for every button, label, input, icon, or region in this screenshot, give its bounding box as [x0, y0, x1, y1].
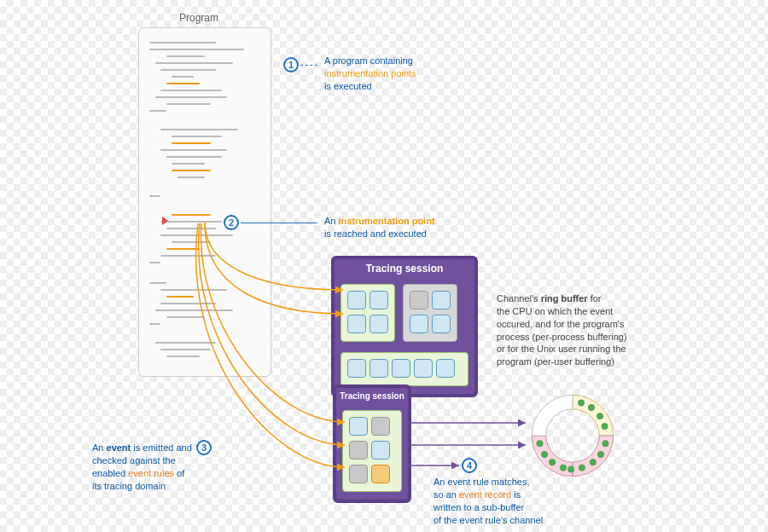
- svg-point-5: [597, 451, 603, 457]
- tracing-session-2-title: Tracing session: [336, 388, 408, 406]
- tracing-session-2: Tracing session: [333, 385, 411, 503]
- instrumentation-point-marker-icon: [162, 217, 168, 225]
- svg-point-7: [579, 465, 585, 471]
- tracing-session-1-title: Tracing session: [335, 259, 474, 280]
- svg-point-3: [602, 423, 608, 429]
- annotation-step-2: An instrumentation point is reached and …: [324, 215, 435, 240]
- svg-point-0: [578, 400, 584, 406]
- annotation-ring-buffer: Channel's ring buffer for the CPU on whi…: [497, 292, 627, 368]
- annotation-step-3: An event is emitted and checked against …: [92, 442, 192, 492]
- program-box: [138, 27, 271, 377]
- svg-point-1: [588, 404, 594, 410]
- step-badge-2: 2: [224, 215, 239, 230]
- step-badge-1: 1: [283, 57, 299, 72]
- tracing-session-1: Tracing session: [331, 256, 478, 397]
- annotation-step-4: An event rule matches, so an event recor…: [433, 476, 543, 526]
- svg-point-2: [596, 413, 602, 419]
- step-badge-4: 4: [462, 458, 477, 473]
- svg-point-12: [537, 441, 543, 447]
- svg-point-4: [602, 441, 608, 447]
- annotation-step-1: A program containing instrumentation poi…: [324, 55, 416, 93]
- svg-point-8: [568, 466, 574, 472]
- program-label: Program: [179, 12, 218, 24]
- step-badge-3: 3: [196, 440, 212, 455]
- svg-point-10: [550, 460, 556, 466]
- ring-buffer-icon: [526, 389, 620, 483]
- svg-point-9: [560, 465, 566, 471]
- svg-point-6: [590, 460, 596, 466]
- svg-point-11: [541, 451, 547, 457]
